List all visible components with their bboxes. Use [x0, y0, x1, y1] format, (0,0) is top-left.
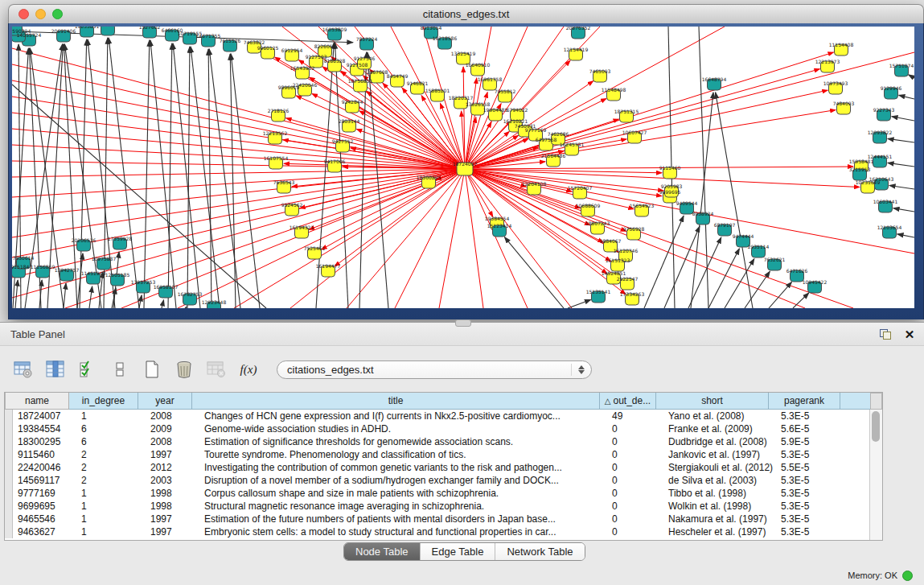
new-column-icon[interactable] [142, 359, 162, 380]
minimize-window-icon[interactable] [35, 9, 46, 19]
table-row[interactable]: 1938455462009Genome-wide association stu… [5, 422, 882, 435]
table-row[interactable]: 1872400712008Changes of HCN gene express… [5, 410, 882, 422]
cell-out_degree: 0 [607, 513, 663, 525]
svg-text:17359928: 17359928 [108, 236, 133, 241]
cell-in_degree: 2 [76, 475, 146, 486]
svg-text:15123414: 15123414 [487, 223, 512, 229]
cell-pagerank: 5.3E-5 [776, 488, 848, 499]
close-window-icon[interactable] [18, 9, 29, 19]
tab-edge-table[interactable]: Edge Table [421, 543, 496, 560]
status-bar: Memory: OK [848, 565, 924, 585]
column-header-year[interactable]: year [138, 393, 192, 410]
panel-resize-grip[interactable] [455, 319, 471, 327]
cell-short: Jankovic et al. (1997) [663, 449, 776, 460]
svg-text:16782753: 16782753 [178, 291, 203, 297]
cell-short: Stergiakouli et al. (2012) [663, 462, 776, 473]
cell-short: de Silva et al. (2003) [663, 475, 776, 486]
cell-year: 2008 [146, 436, 199, 447]
close-panel-icon[interactable]: ✕ [900, 326, 919, 342]
table-selector-dropdown[interactable]: citations_edges.txt [277, 360, 592, 379]
panel-title: Table Panel [0, 328, 876, 340]
svg-text:16194321: 16194321 [290, 225, 314, 230]
cell-name: 18724007 [13, 410, 76, 422]
cell-pagerank: 5.3E-5 [776, 449, 848, 460]
delete-column-icon[interactable] [174, 359, 195, 380]
citation-graph[interactable]: 1872400718300295746382299601256912954822… [12, 27, 914, 308]
table-row[interactable]: 1830029562008Estimation of significance … [5, 435, 882, 448]
svg-text:7632621: 7632621 [764, 257, 786, 262]
svg-text:10603441: 10603441 [873, 199, 898, 204]
cell-title: Disruption of a novel member of a sodium… [199, 475, 607, 486]
svg-text:11451943: 11451943 [81, 270, 106, 276]
show-column-icon[interactable] [45, 359, 66, 380]
zoom-window-icon[interactable] [52, 9, 63, 19]
float-panel-icon[interactable] [876, 326, 895, 342]
window-titlebar[interactable]: citations_edges.txt [8, 4, 924, 24]
cell-in_degree: 2 [76, 462, 146, 473]
svg-text:8226058: 8226058 [314, 43, 336, 49]
column-header-title[interactable]: title [192, 393, 600, 410]
tab-network-table[interactable]: Network Table [495, 543, 584, 560]
cell-name: 22420046 [13, 462, 76, 473]
table-mode-icon[interactable] [13, 359, 34, 380]
tab-node-table[interactable]: Node Table [344, 543, 421, 560]
svg-text:9127546: 9127546 [354, 56, 376, 61]
svg-text:20206576: 20206576 [72, 237, 97, 243]
svg-text:6497568: 6497568 [536, 137, 557, 142]
svg-text:9129946: 9129946 [881, 85, 902, 91]
column-header-out_degree[interactable]: △out_de... [600, 393, 656, 410]
table-row[interactable]: 977716911998Corpus callosum shape and si… [5, 487, 882, 500]
svg-text:10945422: 10945422 [803, 279, 827, 285]
cell-out_degree: 0 [607, 526, 663, 538]
cell-pagerank: 5.5E-5 [776, 462, 848, 473]
column-header-pagerank[interactable]: pagerank [769, 393, 840, 410]
svg-text:6879197: 6879197 [714, 222, 736, 228]
svg-text:10973493: 10973493 [823, 80, 848, 86]
cell-short: Nakamura et al. (1997) [663, 513, 776, 525]
cell-in_degree: 2 [76, 449, 146, 460]
vertical-scrollbar[interactable] [869, 410, 882, 540]
cell-out_degree: 0 [607, 462, 663, 473]
cell-pagerank: 5.3E-5 [776, 475, 848, 486]
memory-status-label: Memory: OK [848, 571, 897, 580]
svg-text:15885201: 15885201 [425, 88, 450, 93]
cell-out_degree: 0 [607, 475, 663, 486]
table-row[interactable]: 969969511998Structural magnetic resonanc… [5, 500, 882, 513]
table-row[interactable]: 946554611997Estimation of the future num… [5, 513, 882, 525]
window-title: citations_edges.txt [423, 8, 510, 20]
svg-text:10975887: 10975887 [92, 256, 117, 262]
cell-out_degree: 49 [607, 410, 663, 422]
svg-text:18300295: 18300295 [417, 175, 441, 180]
function-builder-icon[interactable]: f(x) [238, 359, 259, 380]
cell-out_degree: 0 [607, 501, 663, 512]
table-row[interactable]: 911546021997Tourette syndrome. Phenomeno… [5, 448, 882, 461]
svg-text:10607427: 10607427 [622, 130, 647, 135]
svg-text:8454749: 8454749 [387, 73, 409, 79]
table-row[interactable]: 2242004622012Investigating the contribut… [5, 461, 882, 474]
svg-text:12923448: 12923448 [202, 299, 227, 305]
select-columns-icon[interactable] [77, 359, 98, 380]
svg-text:9896019: 9896019 [278, 84, 300, 90]
cell-pagerank: 5.3E-5 [776, 410, 848, 422]
table-row[interactable]: 946362711997Embryonic stem cells: a mode… [5, 525, 882, 538]
column-header-name[interactable]: name [6, 393, 69, 410]
svg-text:9884067: 9884067 [600, 238, 622, 244]
column-header-in_degree[interactable]: in_degree [69, 393, 138, 410]
svg-text:9960125: 9960125 [257, 45, 279, 51]
network-canvas[interactable]: 1872400718300295746382299601256912954822… [12, 27, 914, 308]
svg-text:7525461: 7525461 [304, 245, 326, 251]
cell-title: Genome-wide association studies in ADHD. [199, 423, 607, 435]
svg-text:18756851: 18756851 [348, 78, 373, 84]
scrollbar-thumb[interactable] [872, 411, 880, 442]
svg-text:12204108: 12204108 [522, 181, 547, 187]
svg-text:7850614: 7850614 [13, 255, 35, 261]
svg-text:19904485: 19904485 [483, 107, 508, 113]
svg-text:16210643: 16210643 [869, 176, 894, 182]
cell-pagerank: 5.3E-5 [776, 526, 848, 538]
svg-text:12103654: 12103654 [877, 225, 902, 230]
row-height-icon[interactable] [109, 359, 130, 380]
column-header-short[interactable]: short [656, 393, 769, 410]
svg-text:19218586: 19218586 [433, 35, 458, 41]
cell-year: 1997 [146, 449, 199, 460]
table-row[interactable]: 1456911722003Disruption of a novel membe… [5, 474, 882, 487]
